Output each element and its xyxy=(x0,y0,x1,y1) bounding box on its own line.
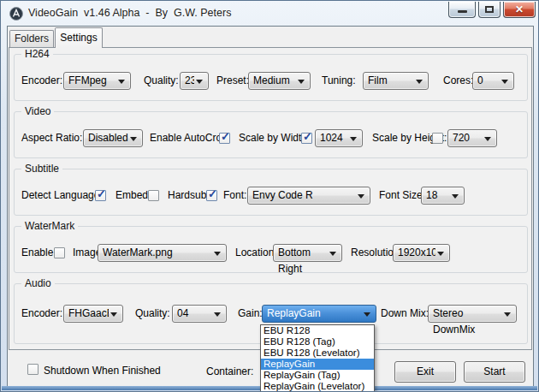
dropdown-arrow-icon xyxy=(110,312,117,317)
dropdown-arrow-icon xyxy=(214,252,221,256)
font-combobox[interactable]: Envy Code R xyxy=(247,187,370,205)
font-size-combobox[interactable]: 18 xyxy=(421,187,465,205)
scale-height-value: 720 xyxy=(453,130,483,146)
group-subtitle-title: Subtitle xyxy=(21,163,62,175)
aspect-ratio-label: Aspect Ratio: xyxy=(21,129,82,147)
exit-button[interactable]: Exit xyxy=(394,361,456,383)
maximize-button[interactable] xyxy=(478,2,500,18)
embed-label: Embed: xyxy=(116,187,151,205)
hardsub-checkbox[interactable] xyxy=(206,190,217,201)
scale-height-combobox[interactable]: 720 xyxy=(447,129,497,147)
tab-settings[interactable]: Settings xyxy=(55,27,103,48)
close-icon: ✕ xyxy=(504,2,535,17)
gain-option[interactable]: EBU R128 (Levelator) xyxy=(261,347,374,359)
font-value: Envy Code R xyxy=(252,187,356,204)
dropdown-arrow-icon xyxy=(437,252,444,256)
minimize-button[interactable] xyxy=(448,2,476,18)
shutdown-checkbox[interactable] xyxy=(27,364,38,375)
title-bar[interactable]: VideoGain v1.46 Alpha - By G.W. Peters ✕ xyxy=(1,1,539,27)
settings-tab-page: H264 Encoder: FFMpeg Quality: 23 Preset:… xyxy=(9,47,532,350)
scale-width-checkbox[interactable] xyxy=(301,133,312,144)
dropdown-arrow-icon xyxy=(214,312,221,317)
watermark-enable-label: Enable: xyxy=(21,244,56,262)
dropdown-arrow-icon xyxy=(130,137,137,141)
dropdown-arrow-icon xyxy=(329,252,336,256)
group-video: Video Aspect Ratio: Disabled Enable Auto… xyxy=(14,111,528,158)
audio-encoder-label: Encoder: xyxy=(21,305,62,323)
autocrop-checkbox[interactable] xyxy=(219,133,230,144)
h264-tuning-label: Tuning: xyxy=(322,72,356,90)
h264-encoder-label: Encoder: xyxy=(21,72,62,90)
h264-tuning-combobox[interactable]: Film xyxy=(363,72,429,90)
dropdown-arrow-icon xyxy=(364,312,370,317)
dropdown-arrow-icon xyxy=(484,137,491,141)
gain-option[interactable]: ReplayGain (Tag) xyxy=(261,370,374,381)
autocrop-label: Enable AutoCrop: xyxy=(150,129,230,147)
embed-checkbox[interactable] xyxy=(148,190,159,201)
app-icon xyxy=(9,7,23,21)
start-button[interactable]: Start xyxy=(464,361,525,383)
audio-quality-value: 04 xyxy=(177,306,212,322)
audio-encoder-combobox[interactable]: FHGaacEnc xyxy=(63,305,123,323)
h264-encoder-combobox[interactable]: FFMpeg xyxy=(63,72,131,90)
audio-gain-combobox[interactable]: ReplayGain xyxy=(262,305,376,323)
gain-option[interactable]: ReplayGain xyxy=(261,359,374,370)
group-watermark: WaterMark Enable: Image: WaterMark.png L… xyxy=(14,226,528,273)
h264-cores-label: Cores: xyxy=(443,72,473,90)
watermark-image-combobox[interactable]: WaterMark.png xyxy=(98,244,227,262)
watermark-location-value: Bottom Right xyxy=(278,245,328,277)
watermark-resolution-combobox[interactable]: 1920x1080 xyxy=(393,244,450,262)
audio-quality-label: Quality: xyxy=(135,305,170,323)
font-size-value: 18 xyxy=(426,187,450,204)
h264-encoder-value: FFMpeg xyxy=(68,73,116,89)
close-button[interactable]: ✕ xyxy=(503,2,536,18)
shutdown-label: Shutdown When Finished xyxy=(44,365,161,377)
h264-cores-combobox[interactable]: 0 xyxy=(472,72,514,90)
gain-option[interactable]: EBU R128 xyxy=(261,325,374,336)
font-size-label: Font Size: xyxy=(379,187,425,205)
audio-downmix-label: Down Mix: xyxy=(381,305,429,323)
gain-dropdown-list: EBU R128 EBU R128 (Tag) EBU R128 (Levela… xyxy=(260,324,375,392)
scale-width-value: 1024 xyxy=(320,130,348,146)
dropdown-arrow-icon xyxy=(118,80,125,84)
scale-width-combobox[interactable]: 1024 xyxy=(315,129,363,147)
gain-option[interactable]: ReplayGain (Levelator) xyxy=(261,381,374,392)
tab-folders[interactable]: Folders xyxy=(9,30,54,47)
audio-gain-label: Gain: xyxy=(238,305,263,323)
h264-quality-combobox[interactable]: 23 xyxy=(180,72,209,90)
scale-width-label: Scale by Width: xyxy=(239,129,310,147)
watermark-image-value: WaterMark.png xyxy=(103,245,212,261)
gain-option[interactable]: EBU R128 (Tag) xyxy=(261,336,374,347)
hardsub-label: Hardsub: xyxy=(168,187,210,205)
watermark-enable-checkbox[interactable] xyxy=(54,247,65,258)
container-label: Container: xyxy=(206,365,253,377)
audio-gain-value: ReplayGain xyxy=(267,306,362,322)
h264-tuning-value: Film xyxy=(368,73,414,89)
minimize-icon xyxy=(458,10,467,13)
app-window: VideoGain v1.46 Alpha - By G.W. Peters ✕… xyxy=(0,0,539,392)
h264-quality-value: 23 xyxy=(185,73,194,89)
detect-language-checkbox[interactable] xyxy=(95,190,106,201)
aspect-ratio-value: Disabled xyxy=(88,130,128,146)
watermark-location-combobox[interactable]: Bottom Right xyxy=(273,244,342,262)
aspect-ratio-combobox[interactable]: Disabled xyxy=(83,129,143,147)
dropdown-arrow-icon xyxy=(416,80,423,84)
font-label: Font: xyxy=(223,187,246,205)
watermark-location-label: Location: xyxy=(235,244,277,262)
audio-downmix-value: Stereo DownMix xyxy=(433,306,502,338)
audio-quality-combobox[interactable]: 04 xyxy=(172,305,227,323)
h264-quality-label: Quality: xyxy=(144,72,179,90)
group-subtitle: Subtitle Detect Language: Embed: Hardsub… xyxy=(14,169,528,216)
audio-encoder-value: FHGaacEnc xyxy=(68,306,109,322)
group-watermark-title: WaterMark xyxy=(21,220,78,232)
detect-language-label: Detect Language: xyxy=(21,187,103,205)
h264-preset-combobox[interactable]: Medium xyxy=(248,72,311,90)
group-audio-title: Audio xyxy=(21,277,55,289)
maximize-icon xyxy=(485,6,494,13)
watermark-resolution-value: 1920x1080 xyxy=(398,245,435,261)
scale-height-checkbox[interactable] xyxy=(432,133,443,144)
group-h264: H264 Encoder: FFMpeg Quality: 23 Preset:… xyxy=(14,54,528,101)
dropdown-arrow-icon xyxy=(358,194,364,199)
audio-downmix-combobox[interactable]: Stereo DownMix xyxy=(428,305,517,323)
dropdown-arrow-icon xyxy=(196,80,203,84)
